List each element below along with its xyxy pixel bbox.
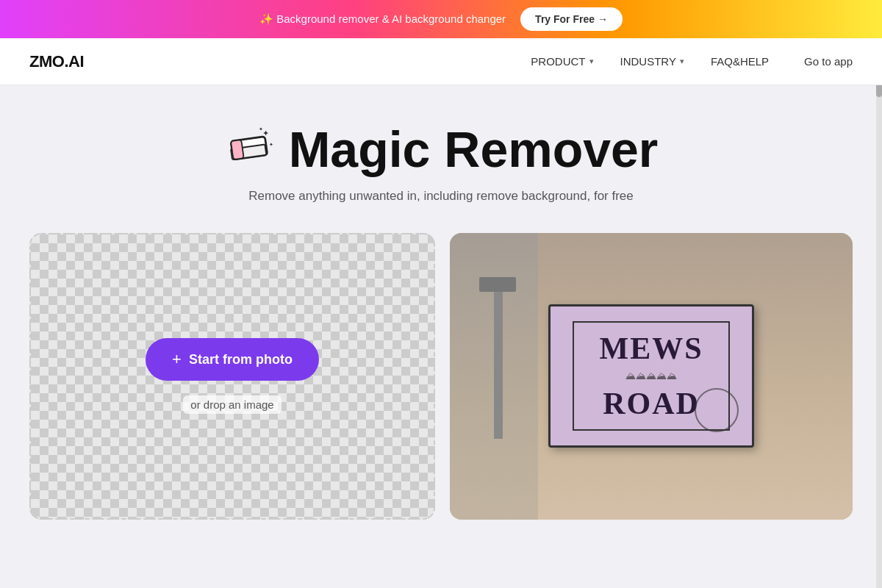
nav-item-product[interactable]: PRODUCT ▾ <box>531 55 593 68</box>
go-to-app-button[interactable]: Go to app <box>804 55 853 68</box>
nav-product-label: PRODUCT <box>531 55 585 68</box>
cards-row: + Start from photo or drop an image MEWS… <box>29 233 853 520</box>
hero-title-text: Magic Remover <box>289 122 659 177</box>
banner-text: ✨ Background remover & AI background cha… <box>259 12 506 26</box>
nav-item-industry[interactable]: INDUSTRY ▾ <box>620 55 684 68</box>
nav-item-faq[interactable]: FAQ&HELP <box>711 55 769 68</box>
upload-card[interactable]: + Start from photo or drop an image <box>29 233 435 520</box>
logo: ZMO.AI <box>29 52 84 71</box>
chevron-down-icon: ▾ <box>680 57 684 66</box>
drop-text: or drop an image <box>183 395 281 414</box>
sign-scribble: ⛰⛰⛰⛰⛰ <box>589 370 714 382</box>
sign-line1: MEWS <box>589 330 714 367</box>
eraser-icon: ✦ ✦ ✦ <box>224 123 277 176</box>
svg-text:✦: ✦ <box>258 126 262 132</box>
start-from-photo-button[interactable]: + Start from photo <box>146 338 319 381</box>
nav-industry-label: INDUSTRY <box>620 55 676 68</box>
start-photo-label: Start from photo <box>189 352 293 368</box>
street-sign-image: MEWS ⛰⛰⛰⛰⛰ ROAD <box>450 233 853 520</box>
road-circle-decoration <box>695 388 739 432</box>
scrollbar[interactable] <box>876 38 882 588</box>
street-sign: MEWS ⛰⛰⛰⛰⛰ ROAD <box>548 304 754 448</box>
chevron-down-icon: ▾ <box>589 57 594 66</box>
try-free-button[interactable]: Try For Free → <box>520 7 623 31</box>
banner: ✨ Background remover & AI background cha… <box>0 0 882 38</box>
demo-image-card: MEWS ⛰⛰⛰⛰⛰ ROAD <box>450 233 853 520</box>
svg-text:✦: ✦ <box>269 141 273 148</box>
navbar: ZMO.AI PRODUCT ▾ INDUSTRY ▾ FAQ&HELP Go … <box>0 38 882 85</box>
plus-icon: + <box>172 350 182 369</box>
hero-subtitle: Remove anything unwanted in, including r… <box>29 189 853 204</box>
svg-rect-5 <box>231 140 244 160</box>
nav-faq-label: FAQ&HELP <box>711 55 769 68</box>
nav-links: PRODUCT ▾ INDUSTRY ▾ FAQ&HELP <box>531 55 769 68</box>
hero-section: ✦ ✦ ✦ Magic Remover Remove anything unwa… <box>29 122 853 204</box>
hero-title: ✦ ✦ ✦ Magic Remover <box>29 122 853 177</box>
main-content: ✦ ✦ ✦ Magic Remover Remove anything unwa… <box>0 85 882 588</box>
